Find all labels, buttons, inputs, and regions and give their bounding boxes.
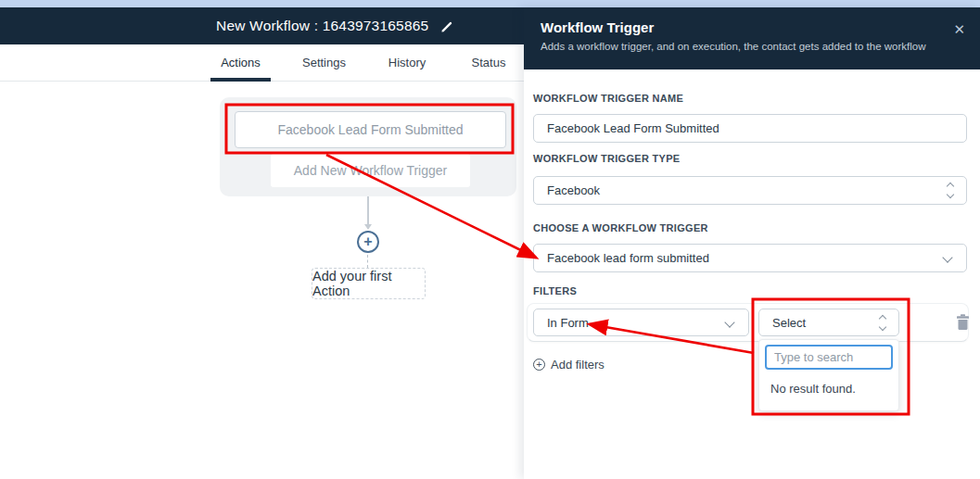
filter-value-dropdown: No result found.	[758, 339, 899, 411]
add-action-plus-button[interactable]: +	[357, 231, 379, 253]
page-title: New Workflow : 1643973165865	[216, 18, 428, 34]
chevron-down-icon	[942, 252, 952, 262]
stepper-chevrons-icon	[948, 183, 953, 197]
no-result-text: No result found.	[770, 382, 856, 396]
trigger-type-select[interactable]: Facebook	[533, 176, 967, 205]
connector-arrowhead	[364, 224, 372, 230]
choose-trigger-label: CHOOSE A WORKFLOW TRIGGER	[533, 222, 708, 233]
filters-label: FILTERS	[533, 285, 577, 296]
tab-history[interactable]: History	[375, 44, 439, 81]
filter-value-select[interactable]: Select	[758, 309, 899, 336]
dashed-connector-line	[367, 255, 368, 268]
top-edge-strip	[0, 0, 980, 7]
edit-title-icon[interactable]	[440, 19, 454, 33]
filter-field-value: In Form	[547, 316, 589, 330]
workflow-trigger-node[interactable]: Facebook Lead Form Submitted	[235, 111, 506, 148]
choose-trigger-select[interactable]: Facebook lead form submitted	[533, 244, 967, 272]
panel-title: Workflow Trigger	[541, 19, 963, 35]
trigger-type-value: Facebook	[547, 183, 600, 197]
workflow-trigger-panel: Workflow Trigger Adds a workflow trigger…	[524, 7, 980, 479]
add-first-action-button[interactable]: Add your first Action	[312, 268, 426, 299]
tab-settings[interactable]: Settings	[289, 44, 359, 81]
panel-subtitle: Adds a workflow trigger, and on executio…	[541, 41, 963, 52]
connector-line	[367, 196, 369, 224]
delete-filter-trash-icon[interactable]	[955, 313, 971, 331]
add-filters-label: Add filters	[551, 358, 605, 372]
workflow-title-group: New Workflow : 1643973165865	[216, 7, 454, 44]
circled-plus-icon: +	[533, 359, 545, 371]
add-filters-button[interactable]: + Add filters	[533, 358, 605, 372]
choose-trigger-value: Facebook lead form submitted	[547, 251, 709, 265]
trigger-type-label: WORKFLOW TRIGGER TYPE	[533, 153, 680, 164]
tab-bar: Actions Settings History Status	[0, 44, 524, 82]
workflow-canvas: Facebook Lead Form Submitted Add New Wor…	[0, 82, 524, 479]
filter-search-input[interactable]	[765, 345, 893, 370]
tab-status[interactable]: Status	[458, 44, 519, 81]
close-icon[interactable]: ✕	[953, 22, 965, 36]
plus-icon: +	[363, 234, 372, 249]
trigger-name-label: WORKFLOW TRIGGER NAME	[533, 93, 683, 104]
filter-value-placeholder: Select	[772, 316, 806, 330]
app-window: New Workflow : 1643973165865 Actions Set…	[0, 0, 980, 479]
add-new-trigger-button[interactable]: Add New Workflow Trigger	[271, 154, 470, 187]
filter-field-select[interactable]: In Form	[533, 309, 749, 336]
stepper-chevrons-icon	[880, 316, 885, 330]
tab-actions[interactable]: Actions	[210, 44, 271, 81]
chevron-down-icon	[724, 317, 734, 327]
trigger-name-input[interactable]	[533, 114, 967, 143]
panel-header: Workflow Trigger Adds a workflow trigger…	[524, 7, 980, 69]
